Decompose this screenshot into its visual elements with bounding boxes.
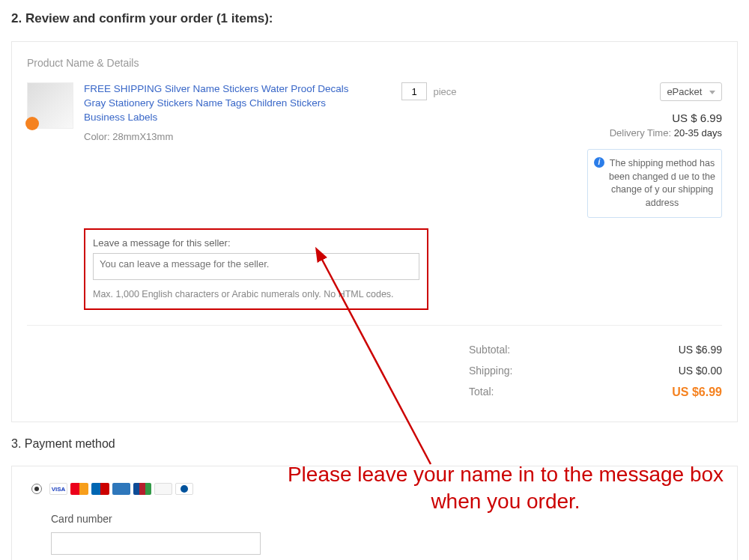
product-title-link[interactable]: FREE SHIPPING Silver Name Stickers Water… (84, 82, 369, 125)
color-value: 28mmX13mm (112, 131, 173, 142)
seller-message-label: Leave a message for this seller: (93, 237, 419, 249)
card-brand-icons: VISA (49, 483, 193, 495)
mastercard-icon (70, 483, 88, 495)
shipping-label: Shipping: (27, 365, 679, 377)
delivery-value: 20-35 days (674, 127, 722, 139)
product-header: Product Name & Details (27, 57, 722, 69)
line-item-price: US $ 6.99 (502, 112, 722, 124)
seller-message-textarea[interactable] (93, 253, 419, 280)
subtotal-row: Subtotal: US $6.99 (27, 339, 722, 360)
jcb-icon (133, 483, 151, 495)
seller-message-box: Leave a message for this seller: Max. 1,… (84, 228, 428, 310)
total-value: US $6.99 (672, 386, 722, 399)
chevron-down-icon (709, 91, 715, 94)
product-thumbnail[interactable] (27, 82, 73, 129)
order-row: FREE SHIPPING Silver Name Stickers Water… (27, 82, 722, 326)
radio-selected-icon[interactable] (31, 484, 42, 494)
shipping-row: Shipping: US $0.00 (27, 360, 722, 381)
quantity-input[interactable] (401, 82, 427, 100)
visa-icon: VISA (49, 483, 67, 495)
subtotal-label: Subtotal: (27, 344, 679, 356)
payment-panel: VISA Card number Expiry date / (11, 466, 738, 560)
amex-icon (112, 483, 130, 495)
order-totals: Subtotal: US $6.99 Shipping: US $0.00 To… (27, 326, 722, 404)
seller-message-hint: Max. 1,000 English characters or Arabic … (93, 289, 419, 299)
delivery-time: Delivery Time: 20-35 days (502, 127, 722, 139)
product-color: Color: 28mmX13mm (84, 131, 369, 142)
quantity-unit: piece (433, 86, 456, 97)
subtotal-value: US $6.99 (679, 344, 722, 356)
section-3-title: 3. Payment method (11, 437, 738, 451)
shipping-info-bubble: The shipping method has been changed d u… (587, 149, 722, 218)
order-panel: Product Name & Details FREE SHIPPING Sil… (11, 41, 738, 422)
discover-icon (154, 483, 172, 495)
card-number-label: Card number (51, 513, 718, 525)
shipping-method-select[interactable]: ePacket (660, 82, 722, 101)
card-payment-option[interactable]: VISA (31, 483, 718, 495)
total-row: Total: US $6.99 (27, 381, 722, 404)
shipping-value: US $0.00 (679, 365, 722, 377)
shipping-method-value: ePacket (667, 86, 702, 97)
color-label: Color: (84, 131, 110, 142)
card-number-input[interactable] (51, 532, 261, 555)
section-2-title: 2. Review and confirm your order (1 item… (11, 11, 738, 26)
diners-icon (175, 483, 193, 495)
total-label: Total: (27, 386, 672, 399)
maestro-icon (91, 483, 109, 495)
delivery-label: Delivery Time: (610, 127, 671, 139)
